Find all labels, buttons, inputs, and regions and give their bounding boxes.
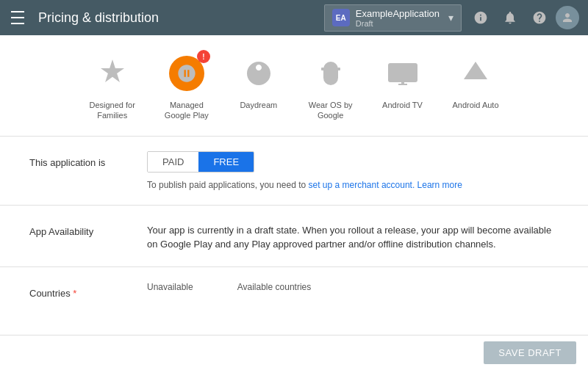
wear-os-icon-wrapper (310, 53, 351, 94)
free-button[interactable]: FREE (198, 152, 254, 172)
merchant-account-link[interactable]: set up a merchant account. (309, 180, 415, 190)
topbar-actions (467, 4, 579, 31)
countries-columns: Unavailable Available countries (147, 282, 559, 292)
hamburger-menu-icon[interactable] (9, 9, 26, 26)
app-status: Draft (356, 19, 440, 28)
app-name: ExampleApplication (356, 8, 440, 19)
countries-content: Unavailable Available countries (147, 282, 559, 292)
svg-rect-3 (388, 63, 417, 82)
countries-label: Countries * (29, 282, 132, 299)
bottom-bar: SAVE DRAFT (0, 335, 588, 370)
android-auto-icon-wrapper (455, 53, 496, 94)
helper-text: To publish paid applications, you need t… (147, 180, 559, 190)
daydream-item[interactable]: Daydream (238, 53, 279, 121)
android-auto-icon (458, 56, 493, 91)
required-indicator: * (73, 288, 76, 299)
app-info: ExampleApplication Draft (356, 8, 440, 28)
countries-section: Countries * Unavailable Available countr… (0, 267, 588, 313)
warning-badge: ! (197, 50, 210, 63)
wear-os-item[interactable]: Wear OS byGoogle (309, 53, 353, 121)
availability-label: App Availability (29, 220, 132, 237)
app-icon: EA (332, 9, 350, 26)
app-selector-dropdown[interactable]: EA ExampleApplication Draft ▾ (324, 4, 462, 32)
info-icon-button[interactable] (467, 4, 494, 31)
svg-rect-5 (401, 82, 404, 85)
managed-google-play-label: ManagedGoogle Play (165, 100, 209, 121)
paid-button[interactable]: PAID (148, 152, 198, 172)
notifications-icon-button[interactable] (497, 4, 523, 31)
content-area: Designed forFamilies ! ManagedGoogle Pla… (0, 35, 588, 370)
designed-for-families-label: Designed forFamilies (89, 100, 135, 121)
help-icon-button[interactable] (526, 4, 553, 31)
unavailable-column-header: Unavailable (147, 282, 193, 292)
android-tv-icon (385, 56, 420, 91)
svg-rect-2 (337, 68, 340, 70)
topbar: Pricing & distribution EA ExampleApplica… (0, 0, 588, 35)
countries-label-text: Countries (29, 288, 71, 299)
daydream-icon-wrapper (238, 53, 279, 94)
android-tv-item[interactable]: Android TV (382, 53, 423, 121)
android-tv-icon-wrapper (382, 53, 423, 94)
chevron-down-icon: ▾ (448, 12, 453, 23)
program-icons-section: Designed forFamilies ! ManagedGoogle Pla… (0, 35, 588, 137)
star-icon (95, 56, 130, 91)
daydream-icon (241, 56, 276, 91)
page-title: Pricing & distribution (38, 10, 324, 26)
designed-for-families-item[interactable]: Designed forFamilies (89, 53, 135, 121)
managed-google-play-icon-wrapper: ! (166, 53, 207, 94)
managed-google-play-item[interactable]: ! ManagedGoogle Play (165, 53, 209, 121)
svg-rect-1 (321, 68, 324, 70)
android-auto-label: Android Auto (453, 100, 499, 110)
daydream-label: Daydream (240, 100, 277, 110)
main-container: Designed forFamilies ! ManagedGoogle Pla… (0, 35, 588, 370)
pricing-section: This application is PAID FREE To publish… (0, 137, 588, 206)
availability-content: Your app is currently in a draft state. … (147, 220, 559, 252)
android-auto-item[interactable]: Android Auto (453, 53, 499, 121)
paid-free-toggle: PAID FREE (147, 151, 254, 173)
user-avatar[interactable] (556, 6, 579, 29)
availability-text: Your app is currently in a draft state. … (147, 220, 559, 252)
availability-section: App Availability Your app is currently i… (0, 206, 588, 267)
save-draft-button[interactable]: SAVE DRAFT (484, 341, 576, 364)
learn-more-link[interactable]: Learn more (417, 180, 462, 190)
pricing-content: PAID FREE To publish paid applications, … (147, 151, 559, 190)
svg-rect-0 (323, 62, 338, 85)
designed-for-families-icon-wrapper (92, 53, 133, 94)
wear-os-icon (313, 56, 348, 91)
available-column-header: Available countries (237, 282, 312, 292)
wear-os-label: Wear OS byGoogle (309, 100, 353, 121)
android-tv-label: Android TV (382, 100, 423, 110)
pricing-label: This application is (29, 151, 132, 168)
